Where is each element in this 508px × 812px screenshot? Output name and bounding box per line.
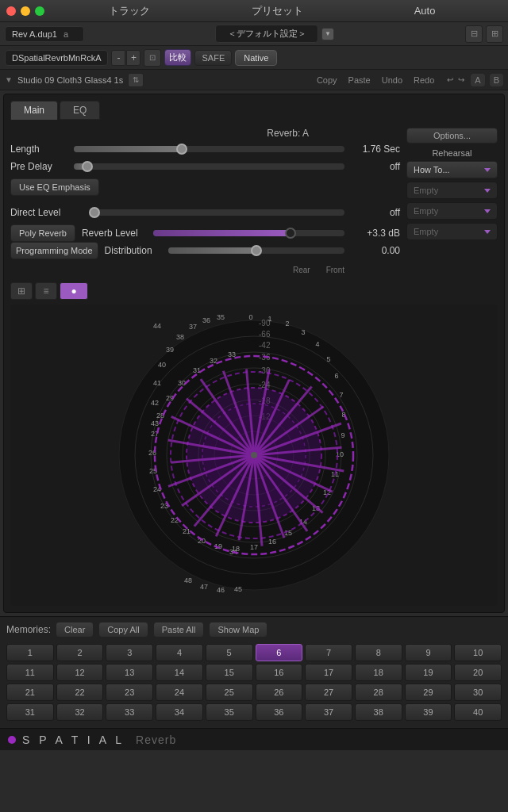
options-button[interactable]: Options... <box>406 128 498 144</box>
memory-button-10[interactable]: 10 <box>454 644 502 661</box>
native-button[interactable]: Native <box>235 50 277 66</box>
memory-button-4[interactable]: 4 <box>156 644 203 661</box>
memory-button-33[interactable]: 33 <box>106 703 153 721</box>
nav-arrow-right[interactable]: ↪ <box>456 75 466 85</box>
rehearsal-empty-3[interactable]: Empty <box>406 223 498 240</box>
svg-text:35: 35 <box>217 313 225 321</box>
close-button[interactable] <box>6 6 16 16</box>
plugin-name-display[interactable]: DSpatialRevrbMnRckA <box>5 50 108 66</box>
title-bar: トラック プリセット Auto <box>0 0 508 22</box>
safe-button[interactable]: SAFE <box>194 50 232 66</box>
memory-button-3[interactable]: 3 <box>106 644 153 661</box>
memory-button-40[interactable]: 40 <box>454 703 502 721</box>
plus-button[interactable]: + <box>126 50 140 66</box>
memory-button-2[interactable]: 2 <box>56 644 104 661</box>
memory-button-23[interactable]: 23 <box>106 684 153 701</box>
view-toggles: ⊞ ≡ ● <box>10 282 498 300</box>
poly-reverb-button[interactable]: Poly Reverb <box>10 224 75 242</box>
minimize-button[interactable] <box>21 6 30 16</box>
memory-button-39[interactable]: 39 <box>405 703 452 721</box>
memory-button-26[interactable]: 26 <box>256 684 303 701</box>
memory-button-19[interactable]: 19 <box>405 664 452 681</box>
track-name-display[interactable]: Rev A.dup1 a <box>5 26 84 42</box>
rehearsal-empty-1[interactable]: Empty <box>406 182 498 199</box>
minus-button[interactable]: - <box>111 50 125 66</box>
toggle-view-button[interactable]: ● <box>60 282 88 300</box>
clear-button[interactable]: Clear <box>56 622 94 638</box>
copy-plugin-icon[interactable]: ⊡ <box>144 49 161 67</box>
brand-reverb: Reverb <box>136 733 176 746</box>
memory-button-6[interactable]: 6 <box>256 644 303 661</box>
distribution-slider[interactable] <box>168 247 344 254</box>
memory-button-35[interactable]: 35 <box>206 703 253 721</box>
programming-mode-button[interactable]: Programming Mode <box>10 242 98 259</box>
memory-button-9[interactable]: 9 <box>405 644 452 661</box>
show-map-button[interactable]: Show Map <box>209 622 267 638</box>
reverb-level-slider[interactable] <box>153 230 344 236</box>
use-eq-emphasis-button[interactable]: Use EQ Emphasis <box>10 178 99 196</box>
svg-text:9: 9 <box>341 431 344 439</box>
memory-button-29[interactable]: 29 <box>405 684 452 701</box>
memory-button-25[interactable]: 25 <box>206 684 253 701</box>
compare-button[interactable]: 比較 <box>164 49 191 66</box>
ab-button-b[interactable]: B <box>490 74 503 86</box>
memory-button-17[interactable]: 17 <box>305 664 352 681</box>
fullscreen-button[interactable] <box>35 6 44 16</box>
memory-button-24[interactable]: 24 <box>156 684 203 701</box>
nav-arrow-left[interactable]: ↩ <box>445 75 455 85</box>
memory-button-18[interactable]: 18 <box>355 664 402 681</box>
list-view-button[interactable]: ≡ <box>35 282 57 300</box>
length-label: Length <box>10 144 74 155</box>
bars-view-button[interactable]: ⊞ <box>10 282 33 300</box>
preset-name-display[interactable]: ＜デフォルト設定＞ <box>215 25 318 43</box>
copy-all-button[interactable]: Copy All <box>98 622 148 638</box>
paste-all-button[interactable]: Paste All <box>153 622 205 638</box>
memory-button-8[interactable]: 8 <box>355 644 402 661</box>
ab-button-a[interactable]: A <box>471 74 484 86</box>
top-section: Reverb: A Length 1.76 Sec Pre Delay <box>10 128 498 278</box>
expand-icon[interactable]: ⊞ <box>486 25 503 43</box>
length-value: 1.76 Sec <box>344 144 400 155</box>
memory-button-34[interactable]: 34 <box>156 703 203 721</box>
direct-level-slider[interactable] <box>90 209 344 216</box>
memory-button-36[interactable]: 36 <box>256 703 303 721</box>
window-icon[interactable]: ⊟ <box>465 25 483 43</box>
memory-button-7[interactable]: 7 <box>305 644 352 661</box>
memory-button-12[interactable]: 12 <box>56 664 104 681</box>
predelay-slider[interactable] <box>74 163 344 170</box>
memory-button-14[interactable]: 14 <box>156 664 203 681</box>
poly-reverb-row: Poly Reverb Reverb Level +3.3 dB <box>10 224 400 242</box>
memory-button-27[interactable]: 27 <box>305 684 352 701</box>
memory-button-31[interactable]: 31 <box>6 703 54 721</box>
how-to-button[interactable]: How To... <box>406 161 498 178</box>
svg-text:43: 43 <box>151 419 159 427</box>
breadcrumb-nav-icon[interactable]: ⇅ <box>128 73 144 87</box>
svg-text:31: 31 <box>193 366 201 374</box>
memory-button-16[interactable]: 16 <box>256 664 303 681</box>
copy-button[interactable]: Copy <box>314 75 341 86</box>
memory-button-13[interactable]: 13 <box>106 664 153 681</box>
memory-button-5[interactable]: 5 <box>206 644 253 661</box>
memory-button-28[interactable]: 28 <box>355 684 402 701</box>
tab-main[interactable]: Main <box>10 101 58 120</box>
plugin-container: Main EQ Reverb: A Length 1.76 Sec <box>3 94 505 613</box>
memory-button-1[interactable]: 1 <box>6 644 54 661</box>
reverb-level-label: Reverb Level <box>82 228 153 239</box>
paste-button[interactable]: Paste <box>345 75 374 86</box>
memory-button-22[interactable]: 22 <box>56 684 104 701</box>
redo-button[interactable]: Redo <box>410 75 437 86</box>
memory-button-20[interactable]: 20 <box>454 664 502 681</box>
reverb-level-value: +3.3 dB <box>344 228 400 239</box>
memory-button-21[interactable]: 21 <box>6 684 54 701</box>
memory-button-38[interactable]: 38 <box>355 703 402 721</box>
memory-button-32[interactable]: 32 <box>56 703 104 721</box>
memory-button-37[interactable]: 37 <box>305 703 352 721</box>
rehearsal-empty-2[interactable]: Empty <box>406 202 498 220</box>
memory-button-11[interactable]: 11 <box>6 664 54 681</box>
undo-button[interactable]: Undo <box>379 75 406 86</box>
length-slider[interactable] <box>74 146 344 152</box>
memory-button-15[interactable]: 15 <box>206 664 253 681</box>
tab-eq[interactable]: EQ <box>60 101 100 120</box>
memory-button-30[interactable]: 30 <box>454 684 502 701</box>
preset-dropdown-arrow[interactable]: ▼ <box>321 28 334 40</box>
